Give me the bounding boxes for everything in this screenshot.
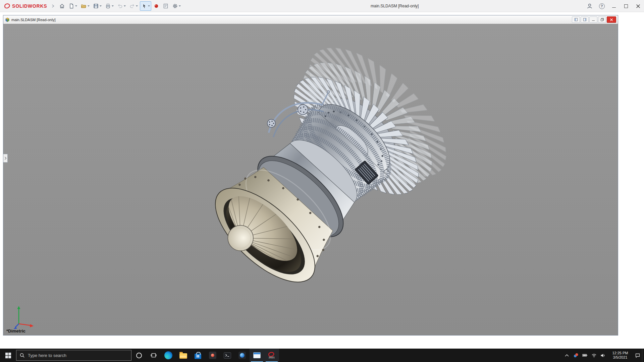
quick-access-toolbar [58, 1, 182, 11]
doc-minimize-icon [592, 20, 595, 21]
print-button[interactable] [104, 1, 115, 11]
window-title: main.SLDASM [Read-only] [371, 0, 419, 12]
undo-button[interactable] [116, 1, 127, 11]
new-document-button[interactable] [67, 1, 78, 11]
taskbar-search-box[interactable] [16, 350, 131, 361]
network-icon[interactable] [589, 349, 598, 362]
properties-card-icon [163, 3, 169, 9]
show-desktop-button[interactable] [642, 349, 644, 362]
pinned-app-6-icon[interactable] [235, 349, 250, 362]
task-view-icon [151, 353, 157, 358]
solidworks-taskbar-icon[interactable]: 2021 [264, 349, 279, 362]
select-cursor-icon [141, 3, 147, 9]
engine-3d-model [3, 24, 618, 335]
toolbar-flyout-chevron-icon[interactable] [52, 4, 54, 8]
doc-minimize-button[interactable] [589, 16, 597, 23]
clock-date: 3/5/2021 [607, 355, 633, 360]
undo-icon [117, 3, 123, 9]
solidworks-version-badge: 2021 [269, 356, 275, 359]
pane-left-icon [574, 18, 578, 21]
solidworks-window: SOLIDWORKS [0, 0, 644, 362]
maximize-icon [624, 4, 628, 8]
maximize-button[interactable] [620, 0, 632, 12]
mdi-client-area: main.SLDASM [Read-only] [0, 12, 644, 349]
cortana-icon [136, 353, 142, 358]
doc-restore-button[interactable] [598, 16, 606, 23]
brand-wordmark: SOLIDWORKS [12, 3, 47, 9]
save-icon [93, 3, 99, 9]
battery-icon[interactable] [580, 349, 589, 362]
doc-close-button[interactable] [607, 16, 616, 23]
microsoft-store-icon[interactable] [191, 349, 205, 362]
print-dropdown[interactable] [112, 5, 114, 7]
task-view-button[interactable] [146, 349, 161, 362]
print-icon [105, 3, 111, 9]
minimize-icon [612, 7, 616, 8]
select-tool-dropdown[interactable] [148, 5, 150, 7]
new-document-dropdown[interactable] [75, 5, 77, 7]
doc-restore-icon [600, 18, 604, 21]
assembly-icon [5, 17, 10, 22]
solidworks-swirl-icon [4, 3, 11, 9]
hidden-icons-chevron-icon[interactable] [562, 349, 571, 362]
document-window: main.SLDASM [Read-only] [3, 15, 618, 336]
account-button[interactable] [584, 0, 596, 12]
redo-dropdown[interactable] [136, 5, 138, 7]
home-button[interactable] [58, 1, 66, 11]
tray-app-icon[interactable] [571, 349, 580, 362]
pane-left-button[interactable] [572, 16, 580, 23]
redo-button[interactable] [128, 1, 139, 11]
cortana-button[interactable] [131, 349, 146, 362]
settings-button[interactable] [171, 1, 182, 11]
windows-logo-icon [5, 353, 11, 358]
command-prompt-icon[interactable] [220, 349, 235, 362]
pinned-app-4-icon[interactable] [205, 349, 220, 362]
view-orientation-label: *Dimetric [6, 328, 25, 334]
search-icon [20, 353, 25, 358]
select-tool-button[interactable] [140, 1, 151, 11]
open-folder-icon [80, 3, 87, 9]
settings-dropdown[interactable] [179, 5, 181, 7]
document-titlebar: main.SLDASM [Read-only] [3, 15, 618, 24]
account-icon [587, 3, 593, 9]
redo-icon [129, 3, 135, 9]
home-icon [59, 3, 65, 9]
red-sphere-button[interactable] [152, 1, 161, 11]
app-titlebar: SOLIDWORKS [0, 0, 644, 12]
pane-right-icon [583, 18, 587, 21]
close-icon [636, 4, 640, 8]
help-icon: ? [599, 3, 605, 9]
image-viewer-icon[interactable] [250, 349, 264, 362]
doc-close-icon [610, 18, 613, 21]
undo-dropdown[interactable] [124, 5, 126, 7]
start-button[interactable] [0, 349, 16, 362]
graphics-viewport[interactable]: *Dimetric [3, 24, 618, 335]
feature-manager-collapsed-tab[interactable] [3, 154, 8, 163]
system-tray: 12:25 PM 3/5/2021 [562, 349, 644, 362]
clock-time: 12:25 PM [607, 351, 633, 355]
taskbar-clock[interactable]: 12:25 PM 3/5/2021 [607, 349, 633, 362]
pane-right-button[interactable] [581, 16, 589, 23]
file-explorer-icon[interactable] [176, 349, 191, 362]
help-button[interactable]: ? [596, 0, 608, 12]
open-dropdown[interactable] [88, 5, 90, 7]
gear-icon [172, 3, 178, 9]
orientation-triad [13, 303, 40, 331]
windows-taskbar: 2021 [0, 349, 644, 362]
expand-panel-chevron-icon [4, 156, 7, 160]
window-controls: ? [584, 0, 644, 12]
new-document-icon [68, 3, 74, 9]
search-input[interactable] [28, 353, 128, 358]
solidworks-logo: SOLIDWORKS [0, 3, 47, 9]
properties-button[interactable] [161, 1, 170, 11]
open-button[interactable] [79, 1, 91, 11]
close-button[interactable] [632, 0, 644, 12]
action-center-icon[interactable] [633, 349, 642, 362]
save-dropdown[interactable] [100, 5, 102, 7]
save-button[interactable] [92, 1, 103, 11]
minimize-button[interactable] [608, 0, 620, 12]
document-title: main.SLDASM [Read-only] [11, 18, 55, 22]
red-sphere-icon [153, 3, 159, 9]
volume-icon[interactable] [598, 349, 607, 362]
edge-icon[interactable] [161, 349, 176, 362]
